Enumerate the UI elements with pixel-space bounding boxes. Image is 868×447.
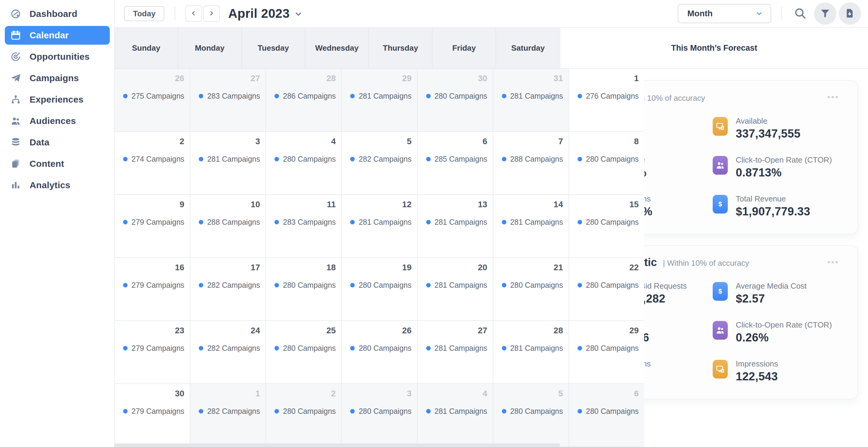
calendar-day-cell[interactable]: 3 280 Campaigns [342,384,417,447]
campaign-count-item[interactable]: 280 Campaigns [346,344,411,353]
campaign-count-item[interactable]: 285 Campaigns [422,155,487,163]
campaign-count-item[interactable]: 281 Campaigns [498,218,563,227]
campaign-count-item[interactable]: 280 Campaigns [574,281,639,290]
campaign-count-item[interactable]: 279 Campaigns [119,281,184,290]
sidebar-item-data[interactable]: Data [5,133,110,152]
calendar-day-cell[interactable]: 4 280 Campaigns [266,132,342,195]
calendar-day-cell[interactable]: 29 280 Campaigns [569,321,644,384]
campaign-count-item[interactable]: 282 Campaigns [346,155,411,163]
calendar-day-cell[interactable]: 18 280 Campaigns [266,258,342,321]
filter-button[interactable] [814,2,836,25]
calendar-day-cell[interactable]: 5 282 Campaigns [342,132,417,195]
campaign-count-item[interactable]: 280 Campaigns [574,218,639,227]
calendar-day-cell[interactable]: 23 279 Campaigns [115,321,190,384]
calendar-day-cell[interactable]: 13 281 Campaigns [418,195,493,258]
calendar-day-cell[interactable]: 9 279 Campaigns [115,195,190,258]
campaign-count-item[interactable]: 281 Campaigns [498,92,563,100]
next-month-button[interactable] [203,5,220,22]
campaign-count-item[interactable]: 275 Campaigns [119,92,184,100]
sidebar-item-opportunities[interactable]: Opportunities [5,47,110,66]
campaign-count-item[interactable]: 280 Campaigns [422,92,487,100]
campaign-count-item[interactable]: 280 Campaigns [270,407,336,416]
previous-month-button[interactable] [185,5,202,22]
card-menu-button[interactable] [824,257,841,268]
calendar-day-cell[interactable]: 31 281 Campaigns [493,69,569,132]
campaign-count-item[interactable]: 288 Campaigns [498,155,563,163]
calendar-day-cell[interactable]: 24 282 Campaigns [190,321,266,384]
calendar-day-cell[interactable]: 8 280 Campaigns [569,132,644,195]
month-title-dropdown[interactable]: April 2023 [228,6,303,21]
card-menu-button[interactable] [824,91,841,103]
campaign-count-item[interactable]: 283 Campaigns [194,92,260,100]
search-button[interactable] [792,6,808,22]
calendar-day-cell[interactable]: 17 282 Campaigns [190,258,266,321]
campaign-count-item[interactable]: 281 Campaigns [194,155,260,163]
calendar-day-cell[interactable]: 2 280 Campaigns [266,384,342,447]
campaign-count-item[interactable]: 280 Campaigns [270,344,336,353]
campaign-count-item[interactable]: 280 Campaigns [270,155,336,163]
campaign-count-item[interactable]: 281 Campaigns [346,218,411,227]
calendar-day-cell[interactable]: 1 282 Campaigns [190,384,266,447]
calendar-day-cell[interactable]: 6 285 Campaigns [418,132,493,195]
campaign-count-item[interactable]: 279 Campaigns [119,407,184,416]
campaign-count-item[interactable]: 283 Campaigns [270,218,336,227]
calendar-day-cell[interactable]: 28 286 Campaigns [266,69,342,132]
campaign-count-item[interactable]: 280 Campaigns [574,407,639,416]
campaign-count-item[interactable]: 282 Campaigns [194,407,260,416]
calendar-day-cell[interactable]: 7 288 Campaigns [493,132,569,195]
campaign-count-item[interactable]: 280 Campaigns [270,281,336,290]
calendar-day-cell[interactable]: 25 280 Campaigns [266,321,342,384]
campaign-count-item[interactable]: 280 Campaigns [498,407,563,416]
calendar-day-cell[interactable]: 14 281 Campaigns [493,195,569,258]
calendar-day-cell[interactable]: 19 280 Campaigns [342,258,417,321]
campaign-count-item[interactable]: 280 Campaigns [498,281,563,290]
campaign-count-item[interactable]: 281 Campaigns [422,281,487,290]
calendar-day-cell[interactable]: 21 280 Campaigns [493,258,569,321]
calendar-day-cell[interactable]: 12 281 Campaigns [342,195,417,258]
calendar-day-cell[interactable]: 26 280 Campaigns [342,321,417,384]
calendar-day-cell[interactable]: 3 281 Campaigns [190,132,266,195]
calendar-day-cell[interactable]: 28 281 Campaigns [493,321,569,384]
calendar-day-cell[interactable]: 20 281 Campaigns [418,258,493,321]
campaign-count-item[interactable]: 281 Campaigns [346,92,411,100]
campaign-count-item[interactable]: 279 Campaigns [119,218,184,227]
calendar-day-cell[interactable]: 11 283 Campaigns [266,195,342,258]
calendar-day-cell[interactable]: 15 280 Campaigns [569,195,644,258]
calendar-day-cell[interactable]: 27 281 Campaigns [418,321,493,384]
today-button[interactable]: Today [124,6,164,21]
calendar-day-cell[interactable]: 2 274 Campaigns [115,132,190,195]
calendar-day-cell[interactable]: 22 280 Campaigns [569,258,644,321]
campaign-count-item[interactable]: 282 Campaigns [194,281,260,290]
sidebar-item-dashboard[interactable]: Dashboard [5,4,110,23]
sidebar-item-content[interactable]: Content [5,154,110,173]
calendar-day-cell[interactable]: 26 275 Campaigns [115,69,190,132]
campaign-count-item[interactable]: 281 Campaigns [422,218,487,227]
campaign-count-item[interactable]: 279 Campaigns [119,344,184,353]
campaign-count-item[interactable]: 276 Campaigns [574,92,639,100]
campaign-count-item[interactable]: 288 Campaigns [194,218,260,227]
sidebar-item-campaigns[interactable]: Campaigns [5,69,110,87]
campaign-count-item[interactable]: 281 Campaigns [422,407,487,416]
calendar-day-cell[interactable]: 16 279 Campaigns [115,258,190,321]
campaign-count-item[interactable]: 280 Campaigns [574,344,639,353]
calendar-day-cell[interactable]: 30 280 Campaigns [418,69,493,132]
calendar-day-cell[interactable]: 29 281 Campaigns [342,69,417,132]
calendar-day-cell[interactable]: 30 279 Campaigns [115,384,190,447]
sidebar-item-calendar[interactable]: Calendar [5,26,110,44]
campaign-count-item[interactable]: 281 Campaigns [498,344,563,353]
calendar-day-cell[interactable]: 5 280 Campaigns [493,384,569,447]
campaign-count-item[interactable]: 280 Campaigns [574,155,639,163]
calendar-day-cell[interactable]: 4 281 Campaigns [418,384,493,447]
campaign-count-item[interactable]: 282 Campaigns [194,344,260,353]
campaign-count-item[interactable]: 286 Campaigns [270,92,336,100]
sidebar-item-analytics[interactable]: Analytics [5,176,110,195]
calendar-day-cell[interactable]: 27 283 Campaigns [190,69,266,132]
calendar-day-cell[interactable]: 6 280 Campaigns [569,384,644,447]
campaign-count-item[interactable]: 281 Campaigns [422,344,487,353]
calendar-day-cell[interactable]: 10 288 Campaigns [190,195,266,258]
view-select[interactable]: Month [678,4,771,23]
calendar-day-cell[interactable]: 1 276 Campaigns [569,69,644,132]
campaign-count-item[interactable]: 280 Campaigns [346,281,411,290]
campaign-count-item[interactable]: 280 Campaigns [346,407,411,416]
sidebar-item-experiences[interactable]: Experiences [5,90,110,109]
